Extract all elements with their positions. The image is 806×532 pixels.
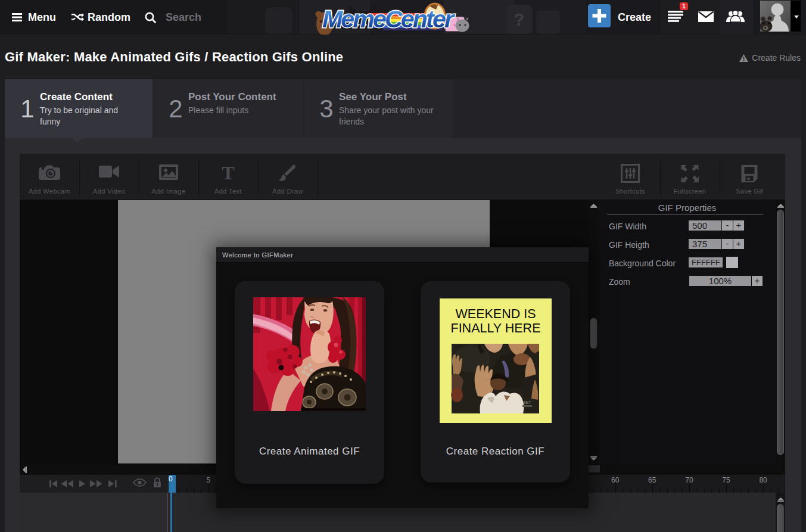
svg-text:MemeCenter: MemeCenter: [322, 5, 455, 33]
svg-text:T: T: [222, 164, 234, 182]
svg-text:FINALLY HERE: FINALLY HERE: [451, 321, 541, 335]
svg-text:WEEKEND IS: WEEKEND IS: [456, 307, 536, 321]
svg-text:BET: BET: [523, 400, 531, 405]
